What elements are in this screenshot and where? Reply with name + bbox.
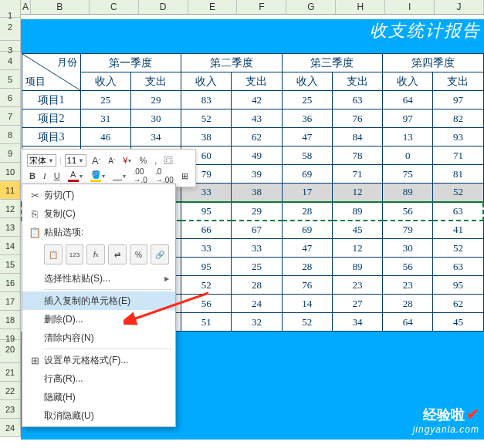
data-cell[interactable]: 28 (282, 202, 332, 221)
data-cell[interactable]: 89 (332, 202, 382, 221)
data-cell[interactable]: 36 (282, 109, 332, 128)
data-cell[interactable]: 66 (181, 221, 232, 239)
col-header-H[interactable]: H (336, 0, 385, 14)
data-cell[interactable]: 95 (181, 202, 232, 221)
project-cell[interactable]: 项目1 (22, 91, 80, 109)
data-cell[interactable]: 33 (181, 239, 232, 258)
q4-header[interactable]: 第四季度 (383, 54, 484, 72)
data-cell[interactable]: 23 (332, 276, 382, 295)
data-cell[interactable]: 34 (332, 313, 382, 332)
data-cell[interactable]: 34 (130, 128, 181, 147)
col-header-F[interactable]: F (237, 0, 286, 14)
decrease-decimal-button[interactable]: .00→.0 (131, 167, 150, 185)
row-header-24[interactable]: 24 (0, 419, 21, 437)
data-cell[interactable]: 52 (181, 109, 232, 128)
data-cell[interactable]: 32 (232, 313, 282, 332)
font-name-select[interactable]: 宋体▼ (27, 154, 56, 167)
ctx-insert-copied-cells[interactable]: 插入复制的单元格(E) (22, 291, 175, 310)
project-cell[interactable]: 项目2 (22, 109, 80, 128)
data-cell[interactable]: 76 (332, 109, 382, 128)
shrink-font-button[interactable]: Aˇ (106, 156, 117, 166)
data-cell[interactable]: 12 (332, 239, 382, 258)
merge-button[interactable]: ⊞ (179, 170, 191, 182)
data-cell[interactable]: 95 (181, 258, 232, 276)
data-cell[interactable]: 0 (383, 147, 433, 165)
data-cell[interactable]: 38 (181, 128, 232, 147)
q3-header[interactable]: 第三季度 (282, 54, 383, 72)
data-cell[interactable]: 47 (282, 128, 332, 147)
increase-decimal-button[interactable]: .0→.00 (153, 167, 176, 185)
data-cell[interactable]: 69 (282, 165, 332, 184)
data-cell[interactable]: 75 (383, 165, 433, 184)
col-header-E[interactable]: E (188, 0, 238, 14)
data-cell[interactable]: 25 (80, 91, 130, 109)
ctx-delete[interactable]: 删除(D)... (22, 310, 175, 328)
data-cell[interactable]: 45 (433, 313, 483, 332)
paste-transpose-button[interactable]: ⇄ (108, 244, 127, 264)
paste-formatting-button[interactable]: % (130, 244, 148, 264)
data-cell[interactable]: 33 (232, 239, 282, 258)
row-header-7[interactable]: 7 (0, 107, 21, 126)
row-header-8[interactable]: 8 (0, 126, 21, 144)
data-cell[interactable]: 56 (383, 258, 433, 276)
row-header-17[interactable]: 17 (0, 292, 21, 311)
comma-button[interactable]: , (152, 155, 159, 166)
borders-button[interactable]: ▾ (110, 170, 128, 181)
data-cell[interactable]: 12 (332, 184, 382, 202)
percent-button[interactable]: % (137, 155, 149, 166)
data-cell[interactable]: 52 (433, 184, 483, 202)
paste-link-button[interactable]: 🔗 (151, 244, 169, 264)
currency-button[interactable]: ¥▾ (120, 155, 134, 166)
diag-header-cell[interactable]: 月份 项目 (22, 54, 80, 91)
italic-button[interactable]: I (41, 170, 49, 181)
grow-font-button[interactable]: Aˆ (90, 154, 103, 167)
ctx-copy[interactable]: ⎘复制(C) (22, 204, 175, 223)
data-cell[interactable]: 64 (383, 91, 433, 109)
fill-color-button[interactable]: 🪣▾ (88, 170, 107, 183)
data-cell[interactable]: 62 (433, 295, 483, 313)
row-header-19[interactable]: 19 (0, 329, 21, 340)
row-header-2[interactable]: 2 (0, 18, 21, 41)
row-header-6[interactable]: 6 (0, 89, 21, 107)
data-cell[interactable]: 39 (232, 165, 282, 184)
data-cell[interactable]: 83 (181, 91, 232, 109)
ctx-cut[interactable]: ✂剪切(T) (22, 186, 175, 204)
data-cell[interactable]: 13 (383, 128, 433, 147)
data-cell[interactable]: 41 (433, 221, 483, 239)
data-cell[interactable]: 63 (433, 202, 483, 221)
ctx-row-height[interactable]: 行高(R)... (22, 369, 175, 388)
format-painter-icon[interactable]: ⿴ (162, 155, 175, 166)
data-cell[interactable]: 89 (383, 184, 433, 202)
data-cell[interactable]: 52 (282, 313, 332, 332)
row-header-15[interactable]: 15 (0, 255, 21, 274)
data-cell[interactable]: 29 (130, 91, 181, 109)
data-cell[interactable]: 43 (232, 109, 282, 128)
col-header-J[interactable]: J (435, 0, 484, 14)
data-cell[interactable]: 81 (433, 165, 483, 184)
col-header-G[interactable]: G (286, 0, 336, 14)
font-color-button[interactable]: A▾ (66, 169, 85, 183)
data-cell[interactable]: 52 (433, 239, 483, 258)
underline-button[interactable]: U (52, 170, 63, 181)
row-header-4[interactable]: 4 (0, 52, 21, 70)
paste-formulas-button[interactable]: fx (86, 244, 105, 264)
data-cell[interactable]: 56 (383, 202, 433, 221)
data-cell[interactable]: 28 (282, 258, 332, 276)
q1-header[interactable]: 第一季度 (80, 54, 181, 72)
data-cell[interactable]: 27 (332, 295, 382, 313)
row-header-3[interactable]: 3 (0, 41, 21, 52)
q2-header[interactable]: 第二季度 (181, 54, 283, 72)
row-header-5[interactable]: 5 (0, 70, 21, 89)
data-cell[interactable]: 29 (232, 202, 282, 221)
data-cell[interactable]: 84 (332, 128, 382, 147)
data-cell[interactable]: 58 (282, 147, 332, 165)
data-cell[interactable]: 97 (433, 91, 483, 109)
ctx-clear[interactable]: 清除内容(N) (22, 328, 175, 347)
data-cell[interactable]: 14 (282, 295, 332, 313)
col-header-D[interactable]: D (139, 0, 188, 14)
data-cell[interactable]: 71 (433, 147, 483, 165)
ctx-format-cells[interactable]: ⊞设置单元格格式(F)... (22, 351, 175, 369)
data-cell[interactable]: 30 (130, 109, 181, 128)
row-header-12[interactable]: 12 (0, 200, 21, 218)
data-cell[interactable]: 49 (232, 147, 282, 165)
